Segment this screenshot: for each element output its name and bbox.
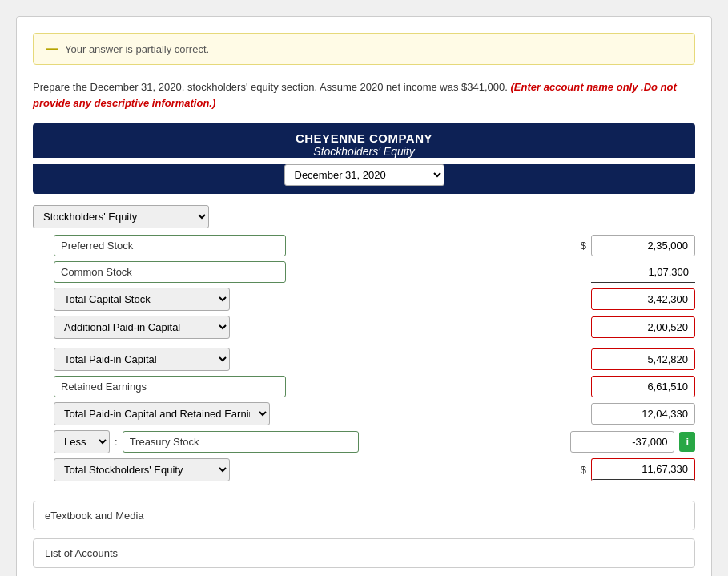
total-paid-in-select[interactable]: Total Paid-in Capital: [54, 348, 230, 371]
alert-message: Your answer is partially correct.: [65, 43, 209, 55]
additional-paid-in-value[interactable]: [591, 316, 695, 338]
alert-icon: —: [46, 42, 58, 56]
preferred-stock-input[interactable]: [54, 235, 286, 256]
etextbook-label: eTextbook and Media: [45, 510, 144, 522]
preferred-stock-value[interactable]: [591, 235, 695, 256]
total-stockholders-select[interactable]: Total Stockholders' Equity: [54, 458, 230, 481]
form-container: Stockholders' Equity $ Total Capital Sto…: [33, 205, 695, 481]
stockholders-equity-select[interactable]: Stockholders' Equity: [33, 205, 209, 228]
treasury-stock-row: Less Add : i: [33, 430, 695, 453]
colon: :: [115, 436, 118, 448]
dollar-total: $: [581, 464, 586, 476]
company-header: CHEYENNE COMPANY Stockholders' Equity: [33, 123, 695, 158]
total-paid-retained-select[interactable]: Total Paid-in Capital and Retained Earni…: [54, 402, 270, 425]
total-paid-retained-value[interactable]: [591, 403, 695, 425]
common-stock-input[interactable]: [54, 261, 286, 283]
list-accounts-label: List of Accounts: [45, 547, 118, 559]
list-accounts-section[interactable]: List of Accounts: [33, 538, 695, 568]
total-paid-retained-row: Total Paid-in Capital and Retained Earni…: [33, 402, 695, 425]
date-select-wrapper: December 31, 2020: [33, 164, 695, 194]
section-title: Stockholders' Equity: [41, 145, 687, 158]
dollar-preferred: $: [581, 240, 586, 252]
company-name: CHEYENNE COMPANY: [41, 131, 687, 145]
retained-earnings-row: [33, 376, 695, 397]
total-paid-in-row: Total Paid-in Capital: [33, 348, 695, 371]
total-paid-in-value[interactable]: [591, 348, 695, 370]
treasury-stock-value[interactable]: [570, 431, 674, 453]
total-capital-stock-row: Total Capital Stock: [33, 288, 695, 311]
less-dropdown[interactable]: Less Add: [54, 430, 110, 453]
treasury-stock-input[interactable]: [123, 431, 359, 453]
retained-earnings-input[interactable]: [54, 376, 286, 397]
additional-paid-in-select[interactable]: Additional Paid-in Capital: [54, 316, 230, 339]
etextbook-section[interactable]: eTextbook and Media: [33, 501, 695, 530]
retained-earnings-value[interactable]: [591, 376, 695, 397]
instructions-main: Prepare the December 31, 2020, stockhold…: [33, 81, 508, 93]
stockholders-equity-row: Stockholders' Equity: [33, 205, 695, 228]
total-stockholders-row: Total Stockholders' Equity $: [33, 458, 695, 481]
total-capital-stock-select[interactable]: Total Capital Stock: [54, 288, 230, 311]
partial-correct-alert: — Your answer is partially correct.: [33, 33, 695, 65]
additional-paid-in-row: Additional Paid-in Capital: [33, 316, 695, 339]
common-stock-row: [33, 261, 695, 283]
date-dropdown[interactable]: December 31, 2020: [284, 164, 444, 186]
total-stockholders-value[interactable]: [591, 458, 695, 481]
instructions: Prepare the December 31, 2020, stockhold…: [33, 79, 695, 111]
info-button[interactable]: i: [679, 432, 695, 452]
common-stock-value[interactable]: [591, 262, 695, 283]
preferred-stock-row: $: [33, 235, 695, 256]
total-capital-stock-value[interactable]: [591, 288, 695, 310]
